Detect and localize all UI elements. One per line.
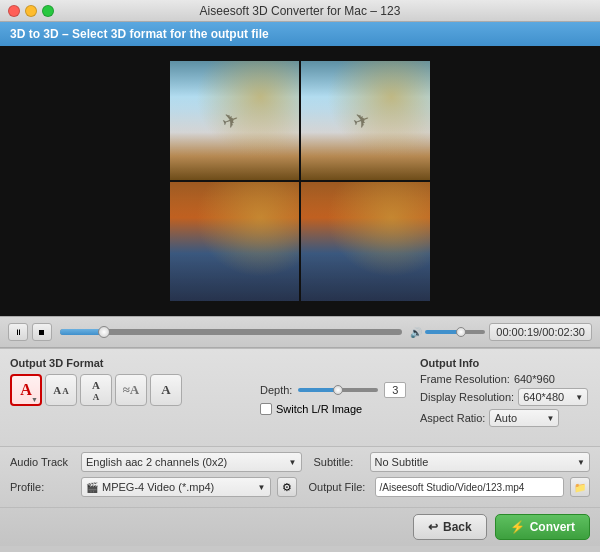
audio-track-row: Audio Track English aac 2 channels (0x2)…	[10, 452, 590, 472]
depth-thumb[interactable]	[333, 385, 343, 395]
maximize-button[interactable]	[42, 5, 54, 17]
playback-controls: ⏸ ⏹ 🔊 00:00:19/00:02:30	[0, 316, 600, 348]
subtitle-arrow: ▼	[577, 458, 585, 467]
minimize-button[interactable]	[25, 5, 37, 17]
convert-label: Convert	[530, 520, 575, 534]
depth-label: Depth:	[260, 384, 292, 396]
subtitle-label: Subtitle:	[314, 456, 364, 468]
volume-icon: 🔊	[410, 327, 422, 338]
video-grid	[170, 61, 430, 301]
back-button[interactable]: ↩ Back	[413, 514, 487, 540]
aspect-ratio-label: Aspect Ratio:	[420, 412, 485, 424]
profile-label: Profile:	[10, 481, 75, 493]
anaglyph-btn[interactable]: A ▼	[10, 374, 42, 406]
format-buttons: A ▼ AA AA ≈A A	[10, 374, 250, 406]
format-row: Output 3D Format A ▼ AA AA	[10, 357, 590, 430]
output-info-title: Output Info	[420, 357, 590, 369]
profile-select[interactable]: 🎬 MPEG-4 Video (*.mp4) ▼	[81, 477, 271, 497]
frame-resolution-row: Frame Resolution: 640*960	[420, 373, 590, 385]
display-resolution-row: Display Resolution: 640*480 ▼	[420, 388, 590, 406]
back-icon: ↩	[428, 520, 438, 534]
stop-button[interactable]: ⏹	[32, 323, 52, 341]
switch-row: Switch L/R Image	[260, 403, 410, 415]
window-title: Aiseesoft 3D Converter for Mac – 123	[200, 4, 401, 18]
action-row: ↩ Back ⚡ Convert	[0, 507, 600, 546]
side-by-side-btn[interactable]: AA	[45, 374, 77, 406]
aspect-arrow: ▼	[547, 414, 555, 423]
aspect-ratio-select-wrapper: Auto ▼	[489, 409, 559, 427]
header-text: 3D to 3D – Select 3D format for the outp…	[10, 27, 269, 41]
audio-track-arrow: ▼	[289, 458, 297, 467]
video-frame-bl	[170, 182, 299, 301]
volume-slider[interactable]	[425, 330, 485, 334]
frame-resolution-value: 640*960	[514, 373, 555, 385]
bottom-section: Audio Track English aac 2 channels (0x2)…	[0, 446, 600, 507]
audio-track-value: English aac 2 channels (0x2)	[86, 456, 227, 468]
depth-value: 3	[384, 382, 406, 398]
profile-value: MPEG-4 Video (*.mp4)	[102, 481, 214, 493]
format-section-label: Output 3D Format	[10, 357, 250, 369]
video-thumb-bl	[170, 182, 299, 301]
output-file-label: Output File:	[309, 481, 369, 493]
video-thumb-tl	[170, 61, 299, 180]
video-preview	[0, 46, 600, 316]
profile-icon: 🎬	[86, 482, 98, 493]
settings-button[interactable]: ⚙	[277, 477, 297, 497]
back-label: Back	[443, 520, 472, 534]
convert-icon: ⚡	[510, 520, 525, 534]
video-thumb-br	[301, 182, 430, 301]
traffic-lights	[8, 5, 54, 17]
progress-thumb[interactable]	[98, 326, 110, 338]
close-button[interactable]	[8, 5, 20, 17]
top-bottom-btn[interactable]: AA	[80, 374, 112, 406]
time-display: 00:00:19/00:02:30	[489, 323, 592, 341]
frame-resolution-label: Frame Resolution:	[420, 373, 510, 385]
display-res-arrow: ▼	[575, 393, 583, 402]
video-frame-tl	[170, 61, 299, 180]
switch-label: Switch L/R Image	[276, 403, 362, 415]
subtitle-value: No Subtitle	[375, 456, 429, 468]
profile-arrow: ▼	[258, 483, 266, 492]
aspect-ratio-value: Auto	[494, 412, 517, 424]
display-resolution-select[interactable]: 640*480 ▼	[518, 388, 588, 406]
line-interleave-btn[interactable]: A	[150, 374, 182, 406]
title-bar: Aiseesoft 3D Converter for Mac – 123	[0, 0, 600, 22]
display-resolution-label: Display Resolution:	[420, 391, 514, 403]
browse-folder-button[interactable]: 📁	[570, 477, 590, 497]
pause-button[interactable]: ⏸	[8, 323, 28, 341]
controls-panel: Output 3D Format A ▼ AA AA	[0, 348, 600, 446]
aspect-ratio-select[interactable]: Auto ▼	[489, 409, 559, 427]
depth-section: Depth: 3 Switch L/R Image	[260, 357, 410, 415]
aspect-ratio-row: Aspect Ratio: Auto ▼	[420, 409, 590, 427]
profile-row: Profile: 🎬 MPEG-4 Video (*.mp4) ▼ ⚙ Outp…	[10, 477, 590, 497]
switch-checkbox[interactable]	[260, 403, 272, 415]
audio-track-label: Audio Track	[10, 456, 75, 468]
display-resolution-value: 640*480	[523, 391, 564, 403]
video-frame-tr	[301, 61, 430, 180]
header-bar: 3D to 3D – Select 3D format for the outp…	[0, 22, 600, 46]
output-info-section: Output Info Frame Resolution: 640*960 Di…	[420, 357, 590, 430]
video-thumb-tr	[301, 61, 430, 180]
subtitle-select[interactable]: No Subtitle ▼	[370, 452, 591, 472]
format-section: Output 3D Format A ▼ AA AA	[10, 357, 250, 406]
depth-row: Depth: 3	[260, 382, 410, 398]
depth-slider[interactable]	[298, 388, 378, 392]
audio-track-select[interactable]: English aac 2 channels (0x2) ▼	[81, 452, 302, 472]
video-frame-br	[301, 182, 430, 301]
volume-control: 🔊	[410, 327, 485, 338]
progress-bar[interactable]	[60, 329, 402, 335]
convert-button[interactable]: ⚡ Convert	[495, 514, 590, 540]
volume-thumb[interactable]	[456, 327, 466, 337]
output-file-path: /Aiseesoft Studio/Video/123.mp4	[375, 477, 565, 497]
display-resolution-select-wrapper: 640*480 ▼	[518, 388, 588, 406]
depth-btn[interactable]: ≈A	[115, 374, 147, 406]
